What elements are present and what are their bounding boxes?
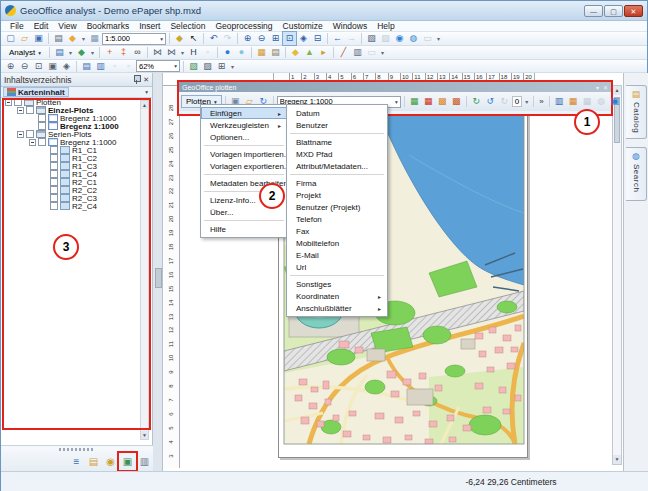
list-by-drawing-order-icon[interactable]: ≡ bbox=[69, 454, 84, 469]
menu-item-telefon[interactable]: Telefon bbox=[287, 213, 387, 225]
scroll-down-icon[interactable]: ▼ bbox=[141, 431, 148, 439]
zoom-in-page-icon[interactable]: ⊕ bbox=[4, 60, 17, 73]
map-scale-icon[interactable]: ▦ bbox=[88, 32, 101, 45]
notebook-icon[interactable]: ▤ bbox=[53, 46, 66, 59]
hyperlink-edit-icon-dropdown[interactable]: ▾ bbox=[179, 49, 186, 56]
zoom-out-icon[interactable]: ⊖ bbox=[255, 32, 268, 45]
menu-item-vorlagen-importieren[interactable]: Vorlagen importieren... bbox=[201, 148, 287, 160]
checkbox-icon[interactable] bbox=[50, 186, 58, 194]
zoom-100-icon[interactable]: ▣ bbox=[46, 60, 59, 73]
menu-windows[interactable]: Windows bbox=[328, 21, 372, 32]
pan-hand-icon[interactable]: ⊡ bbox=[283, 32, 296, 45]
add-pins-icon[interactable]: ‡ bbox=[117, 46, 130, 59]
redo-icon[interactable]: ↷ bbox=[221, 32, 234, 45]
page-zoom-combo[interactable]: 62%▾ bbox=[136, 60, 180, 72]
more-tools-chevron[interactable]: » bbox=[537, 97, 545, 106]
edit-tool-icon[interactable]: ◆ bbox=[173, 32, 186, 45]
prev-page-extent-icon[interactable]: ▫ bbox=[108, 60, 121, 73]
pan-page-icon[interactable]: ◈ bbox=[60, 60, 73, 73]
menu-item-firma[interactable]: Firma bbox=[287, 177, 387, 189]
checkbox-icon[interactable] bbox=[26, 130, 34, 138]
map-scale-combo-dropdown-icon[interactable]: ▾ bbox=[157, 36, 163, 42]
scroll-up-icon[interactable]: ▲ bbox=[613, 86, 621, 95]
checkbox-icon[interactable] bbox=[50, 202, 58, 210]
layer-up-icon[interactable]: ▲ bbox=[303, 46, 316, 59]
menu-geoprocessing[interactable]: Geoprocessing bbox=[210, 21, 277, 32]
menu-item-datum[interactable]: Datum bbox=[287, 107, 387, 119]
checkbox-icon[interactable] bbox=[38, 138, 46, 146]
style-gallery-icon[interactable]: ◆ bbox=[75, 46, 88, 59]
menu-selection[interactable]: Selection bbox=[165, 21, 210, 32]
list-by-visibility-icon[interactable]: ◉ bbox=[103, 454, 118, 469]
next-page-extent-icon[interactable]: ▫ bbox=[122, 60, 135, 73]
web-map-disabled-icon[interactable]: ◍ bbox=[595, 95, 608, 108]
frame-disabled-icon[interactable]: ▫ bbox=[201, 46, 214, 59]
toolbar-close-icon[interactable]: ✕ bbox=[603, 84, 608, 91]
expander-icon[interactable] bbox=[29, 139, 36, 146]
menu-item-sonstiges[interactable]: Sonstiges bbox=[287, 278, 387, 290]
menu-item-projekt[interactable]: Projekt bbox=[287, 189, 387, 201]
checkbox-icon[interactable] bbox=[26, 106, 34, 114]
menu-item-e-mail[interactable]: E-Mail bbox=[287, 249, 387, 261]
toc-tab-dropdown-icon[interactable]: ▾ bbox=[145, 89, 150, 95]
hyperlink-edit-icon[interactable]: ⋈ bbox=[165, 46, 178, 59]
close-button[interactable]: ✕ bbox=[624, 5, 643, 17]
plot-update-icon[interactable]: ↺ bbox=[484, 95, 497, 108]
toolbar-overflow-icon[interactable]: ▾ bbox=[435, 35, 442, 42]
fixed-zoom-icon[interactable]: ⊟ bbox=[311, 32, 324, 45]
plot-counter-dropdown[interactable]: ▾ bbox=[523, 98, 530, 105]
toc-tree-scrollbar[interactable]: ▲ ▼ bbox=[140, 100, 149, 440]
plot-toolbar-titlebar[interactable]: GeoOffice plotten ▾ ✕ bbox=[179, 82, 611, 92]
toc-options-icon[interactable]: ▥ bbox=[137, 454, 152, 469]
menu-file[interactable]: File bbox=[5, 21, 29, 32]
checkbox-icon[interactable] bbox=[38, 114, 46, 122]
find-binoculars-icon[interactable]: ∞ bbox=[131, 46, 144, 59]
add-data-icon-dropdown[interactable]: ▾ bbox=[80, 35, 87, 42]
query-icon[interactable]: ▥ bbox=[351, 46, 364, 59]
plot-counter[interactable]: 0 bbox=[512, 96, 522, 107]
print-icon[interactable]: ▤ bbox=[52, 32, 65, 45]
plot-template-combo-dropdown-icon[interactable]: ▾ bbox=[392, 99, 398, 105]
menu-item-koordinaten[interactable]: Koordinaten▸ bbox=[287, 290, 387, 302]
page-width-icon[interactable]: ▤ bbox=[80, 60, 93, 73]
toolbar-overflow-icon[interactable]: ▾ bbox=[379, 49, 386, 56]
menu-item-optionen[interactable]: Optionen... bbox=[201, 131, 287, 143]
side-tab-catalog[interactable]: ▤Catalog bbox=[626, 85, 647, 139]
drawer-icon[interactable]: ▤ bbox=[269, 46, 282, 59]
scroll-up-icon[interactable]: ▲ bbox=[141, 101, 148, 109]
export-image-icon[interactable]: ▥ bbox=[553, 95, 566, 108]
panel-grip[interactable] bbox=[59, 448, 95, 451]
menu-insert[interactable]: Insert bbox=[134, 21, 165, 32]
checkbox-icon[interactable] bbox=[50, 162, 58, 170]
open-folder-icon[interactable]: ▱ bbox=[18, 32, 31, 45]
add-pin-icon[interactable]: + bbox=[103, 46, 116, 59]
checkbox-icon[interactable] bbox=[50, 146, 58, 154]
menu-item-benutzer-projekt[interactable]: Benutzer (Projekt) bbox=[287, 201, 387, 213]
forward-extent-icon[interactable]: → bbox=[345, 32, 358, 45]
maximize-button[interactable]: ▢ bbox=[604, 5, 623, 17]
map-window-icon[interactable]: ▣ bbox=[609, 95, 622, 108]
checkbox-icon[interactable] bbox=[50, 170, 58, 178]
zoom-in-icon[interactable]: ⊕ bbox=[241, 32, 254, 45]
tab-karteninhalt[interactable]: Karteninhalt bbox=[3, 87, 69, 97]
menu-item-mxd-pfad[interactable]: MXD Pfad bbox=[287, 148, 387, 160]
expander-icon[interactable] bbox=[17, 131, 24, 138]
menu-edit[interactable]: Edit bbox=[29, 21, 54, 32]
full-extent-icon[interactable]: ◈ bbox=[297, 32, 310, 45]
checkbox-icon[interactable] bbox=[50, 178, 58, 186]
checkbox-icon[interactable] bbox=[50, 194, 58, 202]
add-single-plot-icon[interactable]: ▦ bbox=[408, 95, 421, 108]
menu-item-werkzeugleisten[interactable]: Werkzeugleisten▸ bbox=[201, 119, 287, 131]
select-arrow-icon[interactable]: ↖ bbox=[187, 32, 200, 45]
menu-item-blattname[interactable]: Blattname bbox=[287, 136, 387, 148]
tree-item-r2-c4[interactable]: R2_C4 bbox=[1, 202, 153, 210]
menu-item-anschlu-bl-tter[interactable]: Anschlußblätter▸ bbox=[287, 302, 387, 314]
checkbox-icon[interactable] bbox=[38, 122, 46, 130]
layout-vertical-scrollbar[interactable]: ▲ ▼ bbox=[612, 85, 622, 465]
flag-icon[interactable]: ▸ bbox=[317, 46, 330, 59]
plot-book-disabled-icon[interactable]: ▦ bbox=[581, 95, 594, 108]
menu-item-mobiltelefon[interactable]: Mobiltelefon bbox=[287, 237, 387, 249]
list-by-selection-icon[interactable]: ▣ bbox=[120, 454, 135, 469]
new-document-icon[interactable]: ▢ bbox=[4, 32, 17, 45]
back-extent-icon[interactable]: ← bbox=[331, 32, 344, 45]
